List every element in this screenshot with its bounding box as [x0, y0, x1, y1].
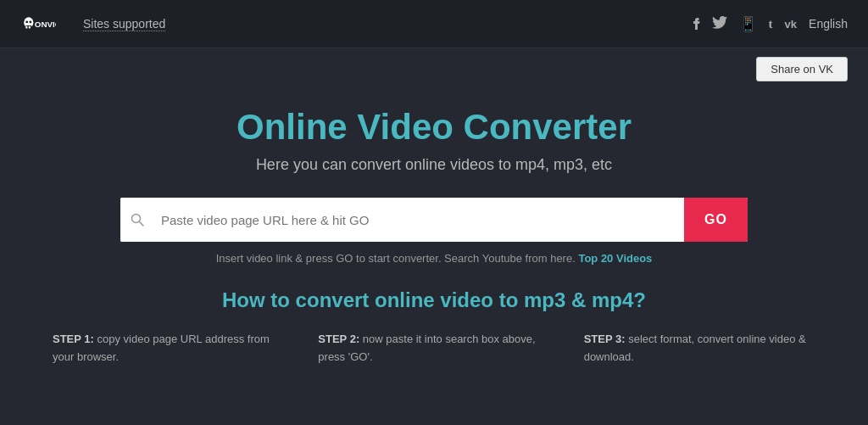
search-bar: GO [120, 198, 748, 242]
how-to-title: How to convert online video to mp3 & mp4… [222, 288, 646, 312]
social-icons-group: 📱 t vk English [692, 15, 848, 33]
step-3-label: STEP 3: [584, 333, 626, 345]
step-3: STEP 3: select format, convert online vi… [584, 331, 815, 366]
step-2: STEP 2: now paste it into search box abo… [318, 331, 549, 366]
step-1-label: STEP 1: [53, 333, 94, 345]
page-title: Online Video Converter [236, 107, 632, 148]
svg-line-9 [140, 222, 144, 226]
step-2-label: STEP 2: [318, 333, 359, 345]
twitter-icon[interactable] [712, 16, 727, 31]
helper-text: Insert video link & press GO to start co… [216, 252, 653, 265]
vk-icon[interactable]: vk [785, 18, 797, 31]
language-selector[interactable]: English [809, 17, 848, 31]
top-20-link[interactable]: Top 20 Videos [578, 252, 652, 265]
go-button[interactable]: GO [684, 198, 748, 242]
tumblr-icon[interactable]: t [769, 17, 773, 31]
svg-text:ONVICO: ONVICO [35, 20, 56, 29]
steps-row: STEP 1: copy video page URL address from… [53, 331, 815, 366]
svg-rect-3 [25, 26, 27, 29]
search-icon [120, 198, 154, 242]
svg-rect-4 [29, 26, 31, 29]
logo[interactable]: ONVICO [20, 10, 56, 37]
page-subtitle: Here you can convert online videos to mp… [256, 156, 612, 174]
facebook-icon[interactable] [692, 15, 700, 33]
svg-point-5 [25, 21, 28, 24]
sites-supported-link[interactable]: Sites supported [83, 17, 165, 31]
url-input[interactable] [154, 198, 684, 242]
svg-point-6 [30, 21, 32, 24]
share-vk-button[interactable]: Share on VK [756, 57, 848, 81]
step-1: STEP 1: copy video page URL address from… [53, 331, 284, 366]
whatsapp-icon[interactable]: 📱 [739, 15, 757, 33]
